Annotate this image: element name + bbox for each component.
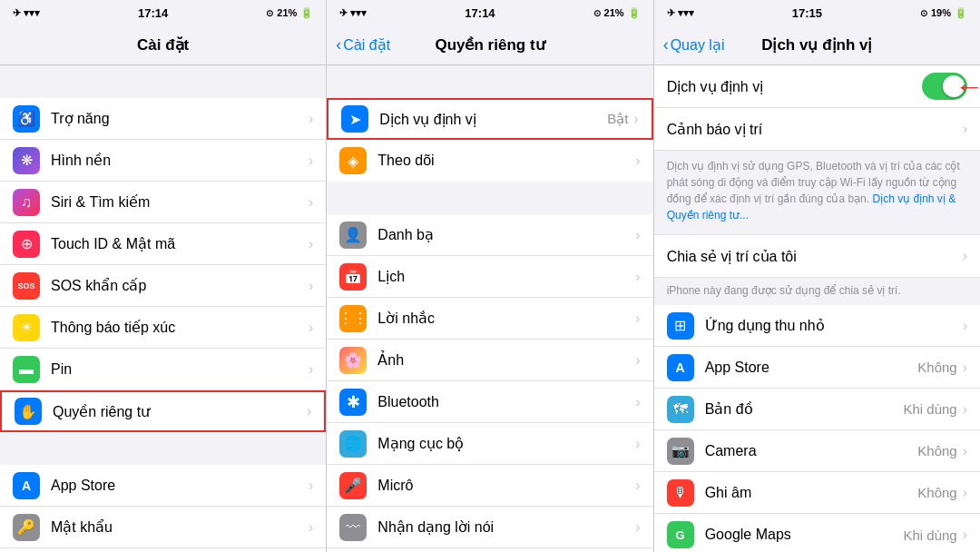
panel1-group1: ♿ Trợ năng › ❋ Hình nền › ♫ Siri & Tìm k… [0,98,326,432]
item-warning[interactable]: Cảnh báo vị trí › [654,108,980,150]
item-theo-doi[interactable]: ◈ Theo dõi › [327,140,652,182]
ban-do-icon: 🗺 [667,396,694,423]
dich-vu-dinh-vi-label: Dịch vụ định vị [379,111,607,128]
touch-id-label: Touch ID & Mật mã [51,235,309,252]
danh-ba-label: Danh bạ [377,226,635,243]
battery-percent-2: 21% [604,7,624,18]
battery-icon-3: 🔋 [955,7,967,19]
service-toggle-label: Dịch vụ định vị [667,78,922,95]
item-share-location[interactable]: Chia sẻ vị trí của tôi › [654,235,980,277]
item-touch-id[interactable]: ⊕ Touch ID & Mật mã › [0,223,326,265]
item-ghi-am[interactable]: 🎙 Ghi âm Không › [654,472,980,514]
chevron-thong-bao: › [309,320,313,336]
back-chevron-2: ‹ [336,35,341,54]
dich-vu-dinh-vi-value: Bật [607,111,628,127]
hinh-nen-label: Hình nền [51,152,309,169]
item-ban-do[interactable]: 🗺 Bản đồ Khi dùng › [654,389,980,430]
chevron-ban-do: › [963,401,967,418]
panel3-apps-list: ⊞ Ứng dụng thu nhỏ › A App Store Không ›… [654,305,980,552]
item-tro-nang[interactable]: ♿ Trợ năng › [0,98,326,140]
chevron-warning: › [963,121,967,137]
item-pin[interactable]: ▬ Pin › [0,349,326,390]
chevron-sos: › [309,278,313,294]
chevron-camera-3: › [963,443,967,459]
item-google-maps[interactable]: G Google Maps Khi dùng › [654,514,980,552]
ghi-am-icon: 🎙 [667,479,694,507]
back-button-3[interactable]: ‹ Quay lại [663,35,725,54]
item-app-store-1[interactable]: A App Store › [0,465,326,507]
pin-icon: ▬ [13,356,40,383]
chevron-theo-doi: › [635,153,640,169]
share-desc-text: iPhone này đang được sử dụng để chia sẻ … [667,284,901,297]
chevron-mat-khau: › [309,519,313,536]
micro-label: Micrô [377,478,635,494]
micro-icon: 🎤 [339,472,367,499]
panel-dich-vu-dinh-vi: ✈ ▾▾▾ 17:15 ⊙ 19% 🔋 ‹ Quay lại Dịch vụ đ… [654,0,980,552]
chevron-nhan-dang: › [635,519,640,536]
chevron-siri: › [309,194,313,211]
chevron-hinh-nen: › [309,153,313,169]
item-micro[interactable]: 🎤 Micrô › [327,465,652,507]
item-dich-vu-dinh-vi[interactable]: ➤ Dịch vụ định vị Bật › [327,98,652,140]
chevron-touch-id: › [309,236,313,252]
red-arrow-indicator: ← [955,70,980,104]
mat-khau-icon: 🔑 [13,514,40,541]
nhan-dang-label: Nhận dạng lời nói [377,518,635,536]
item-camera[interactable]: 📷 Camera › [327,548,652,552]
google-maps-value: Khi dùng [903,527,956,543]
chevron-quyen-rieng-tu: › [307,403,311,419]
item-danh-ba[interactable]: 👤 Danh bạ › [327,214,652,256]
ung-dung-thu-nho-label: Ứng dụng thu nhỏ [705,317,963,334]
item-mang-cuc-bo[interactable]: 🌐 Mạng cục bộ › [327,423,652,465]
item-mat-khau[interactable]: 🔑 Mật khẩu › [0,507,326,548]
item-hinh-nen[interactable]: ❋ Hình nền › [0,140,326,182]
chevron-pin: › [309,361,313,378]
item-thong-bao[interactable]: ☀ Thông báo tiếp xúc › [0,307,326,349]
item-service-toggle[interactable]: Dịch vụ định vị [654,65,980,107]
app-store-icon-1: A [13,472,40,499]
ghi-am-label: Ghi âm [705,485,918,501]
ban-do-label: Bản đồ [705,400,904,418]
nav-bar-1: Cài đặt [0,25,326,65]
bluetooth-label: Bluetooth [377,394,635,410]
item-lich[interactable]: 📅 Lịch › [327,256,652,298]
item-ung-dung-thu-nho[interactable]: ⊞ Ứng dụng thu nhỏ › [654,305,980,347]
warning-row: Cảnh báo vị trí › [654,108,980,151]
item-mail[interactable]: ✉ Mail › [0,548,326,552]
panel-quyen-rieng-tu: ✈ ▾▾▾ 17:14 ⊙ 21% 🔋 ‹ Cài đặt Quyền riên… [327,0,653,552]
back-button-2[interactable]: ‹ Cài đặt [336,35,390,54]
ban-do-value: Khi dùng [903,401,956,417]
item-loi-nhac[interactable]: ⋮⋮ Lời nhắc › [327,298,652,340]
thong-bao-icon: ☀ [13,314,40,341]
service-toggle-section: Dịch vụ định vị ← Cảnh báo vị trí › [654,65,980,151]
battery-icon-1: 🔋 [300,7,313,19]
status-bar-3: ✈ ▾▾▾ 17:15 ⊙ 19% 🔋 [654,0,980,25]
app-store-value-3: Không [917,360,956,375]
battery-area-2: ⊙ 21% 🔋 [593,7,641,19]
app-store-label-3: App Store [705,360,918,376]
share-desc-section: iPhone này đang được sử dụng để chia sẻ … [654,278,980,305]
item-quyen-rieng-tu[interactable]: ✋ Quyền riêng tư › [0,390,326,432]
mang-cuc-bo-label: Mạng cục bộ [377,435,635,452]
item-siri[interactable]: ♫ Siri & Tìm kiếm › [0,182,326,223]
bluetooth-icon: ✱ [339,389,367,416]
item-nhan-dang[interactable]: 〰 Nhận dạng lời nói › [327,507,652,548]
divider-top-2 [327,65,652,98]
quyen-rieng-tu-label: Quyền riêng tư [53,403,307,420]
item-camera-3[interactable]: 📷 Camera Không › [654,430,980,472]
chevron-loi-nhac: › [635,310,640,327]
back-label-3: Quay lại [671,36,725,54]
status-bar-1: ✈ ▾▾▾ 17:14 ⊙ 21% 🔋 [0,0,326,25]
item-sos[interactable]: SOS SOS khẩn cấp › [0,265,326,307]
chevron-bluetooth: › [635,394,640,410]
status-bar-2: ✈ ▾▾▾ 17:14 ⊙ 21% 🔋 [327,0,652,25]
thong-bao-label: Thông báo tiếp xúc [51,319,309,336]
item-bluetooth[interactable]: ✱ Bluetooth › [327,381,652,423]
warning-label: Cảnh báo vị trí [667,121,963,138]
ung-dung-thu-nho-icon: ⊞ [667,312,694,340]
item-app-store-3[interactable]: A App Store Không › [654,347,980,389]
anh-label: Ảnh [377,351,635,369]
chevron-lich: › [635,269,640,285]
anh-icon: 🌸 [339,347,367,374]
item-anh[interactable]: 🌸 Ảnh › [327,340,652,381]
